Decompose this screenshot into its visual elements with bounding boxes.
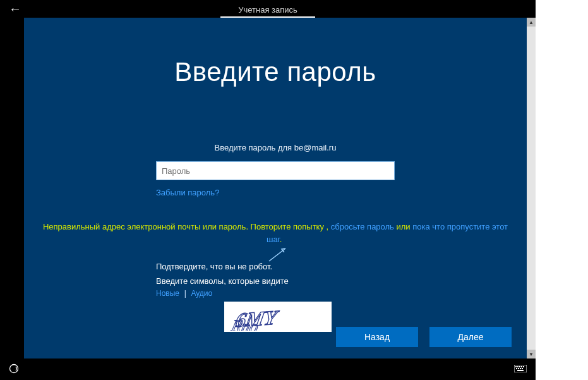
svg-rect-11 bbox=[518, 368, 519, 369]
back-arrow-icon[interactable]: ← bbox=[0, 0, 30, 18]
svg-rect-6 bbox=[517, 366, 519, 367]
page-title: Введите пароль bbox=[24, 57, 527, 87]
captcha-audio-link[interactable]: Аудио bbox=[191, 289, 212, 298]
captcha-sep: | bbox=[182, 289, 189, 298]
svg-rect-14 bbox=[517, 370, 524, 371]
svg-rect-13 bbox=[522, 368, 523, 369]
svg-rect-8 bbox=[521, 366, 522, 367]
captcha-new-link[interactable]: Новые bbox=[156, 289, 179, 298]
captcha-enter-label: Введите символы, которые видите bbox=[156, 276, 395, 286]
ease-of-access-icon[interactable] bbox=[9, 364, 19, 376]
svg-rect-7 bbox=[519, 366, 520, 367]
svg-text:Rno: Rno bbox=[229, 317, 260, 331]
password-prompt: Введите пароль для be@mail.ru bbox=[156, 143, 395, 152]
error-text: Неправильный адрес электронной почты или… bbox=[43, 222, 324, 231]
page-margin bbox=[536, 0, 588, 380]
password-input[interactable] bbox=[156, 161, 395, 180]
content-panel: Введите пароль Введите пароль для be@mai… bbox=[24, 18, 527, 359]
keyboard-icon[interactable] bbox=[514, 365, 527, 374]
svg-rect-9 bbox=[523, 366, 524, 367]
scroll-up-icon[interactable]: ▲ bbox=[527, 18, 536, 27]
error-suffix: . bbox=[280, 235, 282, 244]
tab-account[interactable]: Учетная запись bbox=[238, 1, 297, 17]
next-button[interactable]: Далее bbox=[429, 327, 512, 347]
scrollbar-track[interactable]: ▲ ▼ bbox=[527, 18, 536, 359]
svg-rect-10 bbox=[516, 368, 517, 369]
scroll-down-icon[interactable]: ▼ bbox=[527, 350, 536, 359]
svg-rect-5 bbox=[515, 366, 517, 367]
error-sep1: , bbox=[324, 222, 331, 231]
back-button[interactable]: Назад bbox=[336, 327, 418, 347]
reset-password-link[interactable]: сбросьте пароль bbox=[331, 222, 394, 231]
error-sep2: или bbox=[394, 222, 412, 231]
captcha-image: 6MY Rno bbox=[224, 302, 332, 332]
forgot-password-link[interactable]: Забыли пароль? bbox=[156, 188, 219, 197]
svg-rect-12 bbox=[520, 368, 521, 369]
error-message: Неправильный адрес электронной почты или… bbox=[37, 221, 514, 245]
